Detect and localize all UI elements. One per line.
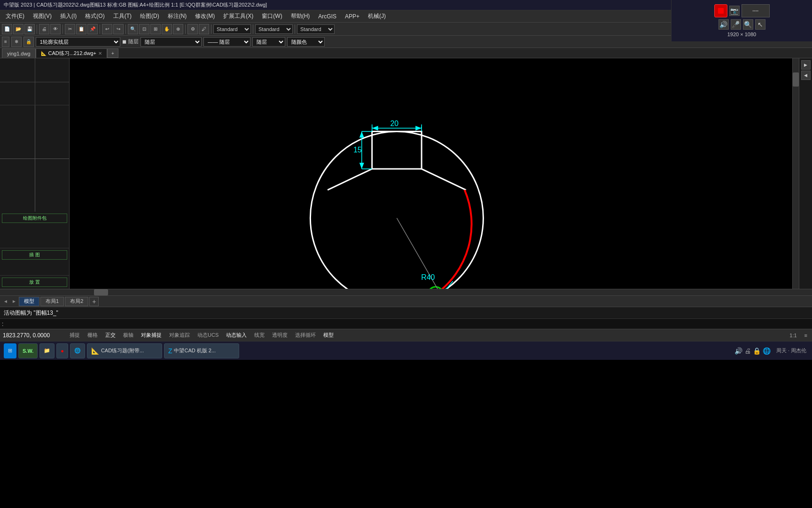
command-input[interactable] [5, 321, 810, 327]
menu-mechanical[interactable]: 机械(J) [364, 11, 390, 21]
layout1-tab[interactable]: 布局1 [40, 297, 64, 306]
svg-marker-18 [359, 131, 364, 137]
sw-button[interactable]: S.W. [18, 343, 38, 358]
layer-freeze-button[interactable]: ❄ [11, 37, 22, 47]
layer-manager-button[interactable]: ≡ [2, 37, 9, 47]
tab-nav-left[interactable]: ◄ [2, 298, 9, 305]
tab-plus-button[interactable]: + [107, 48, 118, 58]
copy-button[interactable]: 📋 [76, 24, 86, 34]
status-lw[interactable]: 线宽 [252, 331, 266, 339]
record-button[interactable] [714, 4, 727, 17]
tab-close-button[interactable]: ✕ [98, 51, 102, 56]
cut-button[interactable]: ✂ [65, 24, 75, 34]
zoom-all[interactable]: ⊡ [139, 24, 149, 34]
zoom-realtime[interactable]: ⊕ [173, 24, 183, 34]
preview-button[interactable]: 👁 [50, 24, 61, 34]
properties-button[interactable]: ⚙ [187, 24, 198, 34]
drawing-svg: R40 20 [70, 58, 799, 289]
status-model[interactable]: 模型 [321, 331, 336, 339]
menu-tools[interactable]: 工具(T) [109, 11, 135, 21]
redo-button[interactable]: ↪ [113, 24, 124, 34]
status-dynin[interactable]: 动态输入 [224, 331, 249, 339]
tab-ying1[interactable]: ying1.dwg [2, 48, 36, 58]
tab-ying1-label: ying1.dwg [7, 51, 31, 56]
status-polar[interactable]: 极轴 [121, 331, 135, 339]
tab-cad212[interactable]: 📐 CAD练习...212.dwg+ ✕ [36, 48, 107, 58]
browser-button[interactable]: 🌐 [70, 343, 85, 358]
print-button[interactable]: 🖨 [39, 24, 49, 34]
panel-section-1-content [0, 225, 69, 248]
sep2 [62, 24, 63, 34]
red-app-button[interactable]: ● [56, 343, 68, 358]
tab-nav-right[interactable]: ► [10, 298, 18, 305]
menu-insert[interactable]: 插入(I) [56, 11, 80, 21]
menu-help[interactable]: 帮助(H) [287, 11, 314, 21]
status-ortho[interactable]: 正交 [103, 331, 117, 339]
status-osnap[interactable]: 对象捕捉 [139, 331, 164, 339]
search-button[interactable]: 🔍 [743, 19, 753, 30]
layout1-tab-label: 布局1 [46, 298, 59, 305]
status-trans[interactable]: 透明度 [270, 331, 289, 339]
status-snap[interactable]: 捕捉 [68, 331, 82, 339]
status-selcycle[interactable]: 选择循环 [293, 331, 318, 339]
menu-draw[interactable]: 绘图(D) [136, 11, 163, 21]
coordinates: 1823.2770, 0.0000 [3, 332, 64, 339]
layer-lock-button[interactable]: 🔒 [23, 37, 34, 47]
menu-annotate[interactable]: 标注(N) [164, 11, 191, 21]
cursor-button[interactable]: ↖ [755, 19, 765, 30]
film-button[interactable]: ▪▪▪▪ [742, 4, 770, 17]
tab-bar: ying1.dwg 📐 CAD练习...212.dwg+ ✕ + [0, 48, 812, 58]
drawing-area[interactable]: R40 20 [70, 58, 799, 289]
status-bar: 1823.2770, 0.0000 捕捉 栅格 正交 极轴 对象捕捉 对象追踪 … [0, 329, 812, 341]
menu-window[interactable]: 窗口(W) [258, 11, 286, 21]
linetype-select[interactable]: 随层 [141, 37, 202, 47]
layout2-tab[interactable]: 布局2 [65, 297, 88, 306]
add-layout-button[interactable]: + [89, 297, 99, 306]
menu-modify[interactable]: 修改(M) [191, 11, 219, 21]
camera-button[interactable]: 📷 [729, 6, 740, 16]
undo-button[interactable]: ↩ [102, 24, 112, 34]
right-panel-btn1[interactable]: ▶ [801, 60, 811, 70]
mic-button[interactable]: 🎤 [731, 19, 741, 30]
svg-marker-13 [415, 126, 422, 131]
panel-section2-label: 插 图 [29, 252, 40, 257]
file-manager-button[interactable]: 📁 [39, 343, 55, 358]
menu-extend-tools[interactable]: 扩展工具(X) [219, 11, 257, 21]
layer-select[interactable]: 1轮廓实线层 [36, 37, 120, 47]
zoom-window[interactable]: 🔍 [128, 24, 138, 34]
model-tabs-bar: ◄ ► 模型 布局1 布局2 + [0, 295, 812, 307]
vertical-scrollbar[interactable] [792, 58, 799, 289]
menu-app-plus[interactable]: APP+ [341, 12, 363, 21]
menu-view[interactable]: 视图(V) [29, 11, 55, 21]
standard-select-3[interactable]: Standard [297, 24, 335, 34]
menu-format[interactable]: 格式(O) [81, 11, 108, 21]
svg-line-3 [422, 169, 466, 190]
sound-button[interactable]: 🔊 [718, 19, 729, 30]
cad-task-1[interactable]: 📐 CAD练习题(附带... [87, 343, 162, 358]
lineweight-select[interactable]: —— 随层 [203, 37, 250, 47]
pan[interactable]: ✋ [162, 24, 172, 34]
match-properties[interactable]: 🖊 [199, 24, 209, 34]
status-misc[interactable]: ≡ [803, 332, 809, 339]
paste-button[interactable]: 📌 [87, 24, 98, 34]
model-tab[interactable]: 模型 [19, 297, 39, 306]
start-button[interactable]: ⊞ [4, 343, 16, 358]
open-button[interactable]: 📂 [13, 24, 23, 34]
save-button[interactable]: 💾 [24, 24, 35, 34]
right-panel: ▶ ◀ [799, 58, 812, 289]
menu-arcgis[interactable]: ArcGIS [314, 12, 340, 21]
status-ducs[interactable]: 动态UCS [195, 331, 220, 339]
color-select[interactable]: 随颜色 [287, 37, 325, 47]
status-otrack[interactable]: 对象追踪 [167, 331, 192, 339]
new-button[interactable]: 📄 [2, 24, 12, 34]
cad-task-2[interactable]: Z 中望CAD 机版 2... [164, 343, 239, 358]
lineweight2-select[interactable]: 随层 [252, 37, 285, 47]
standard-select-1[interactable]: Standard [213, 24, 251, 34]
status-grid[interactable]: 栅格 [86, 331, 100, 339]
browser-icon: 🌐 [74, 348, 81, 354]
right-panel-btn2[interactable]: ◀ [801, 71, 811, 80]
standard-select-2[interactable]: Standard [255, 24, 293, 34]
menu-file[interactable]: 文件(E) [2, 11, 28, 21]
horizontal-scrollbar[interactable] [0, 289, 812, 295]
zoom-extents[interactable]: ⊞ [150, 24, 161, 34]
